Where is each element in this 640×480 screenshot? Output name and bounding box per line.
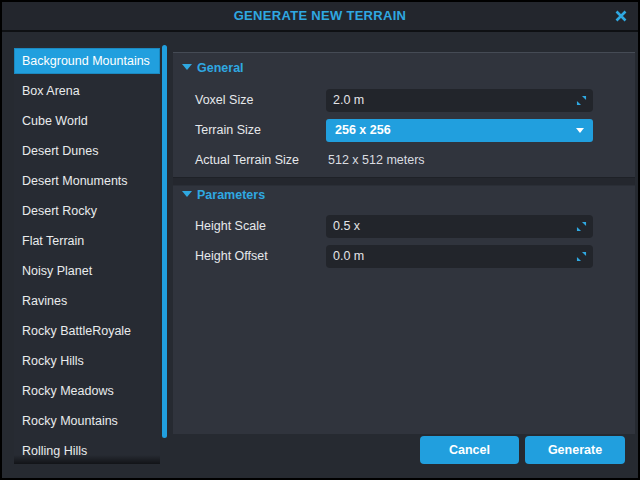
height-offset-field[interactable]: 0.0 m xyxy=(326,245,593,268)
close-icon[interactable] xyxy=(614,9,628,23)
preset-item-box-arena[interactable]: Box Arena xyxy=(14,76,160,106)
preset-item-cube-world[interactable]: Cube World xyxy=(14,106,160,136)
voxel-size-field[interactable]: 2.0 m xyxy=(326,89,593,112)
properties-panel: General Voxel Size 2.0 m Terrain Size 25… xyxy=(173,52,635,434)
drag-handle-icon xyxy=(576,251,587,262)
collapse-triangle-icon[interactable] xyxy=(182,191,192,197)
height-scale-value: 0.5 x xyxy=(333,215,360,238)
preset-item-rocky-hills[interactable]: Rocky Hills xyxy=(14,346,160,376)
generate-new-terrain-dialog: GENERATE NEW TERRAIN Background Mountain… xyxy=(2,2,638,478)
generate-button[interactable]: Generate xyxy=(525,436,625,464)
voxel-size-value: 2.0 m xyxy=(333,89,364,112)
preset-item-desert-dunes[interactable]: Desert Dunes xyxy=(14,136,160,166)
section-header-parameters[interactable]: Parameters xyxy=(173,186,635,204)
preset-item-rocky-battleroyale[interactable]: Rocky BattleRoyale xyxy=(14,316,160,346)
row-height-scale: Height Scale 0.5 x xyxy=(173,215,635,238)
collapse-triangle-icon[interactable] xyxy=(182,64,192,70)
chevron-down-icon xyxy=(576,128,584,133)
titlebar: GENERATE NEW TERRAIN xyxy=(2,2,638,32)
preset-item-background-mountains[interactable]: Background Mountains xyxy=(14,48,160,74)
section-label-parameters: Parameters xyxy=(197,186,265,204)
row-voxel-size: Voxel Size 2.0 m xyxy=(173,89,635,112)
drag-handle-icon xyxy=(576,95,587,106)
dialog-title: GENERATE NEW TERRAIN xyxy=(2,2,638,30)
preset-item-rolling-hills[interactable]: Rolling Hills xyxy=(14,436,160,464)
section-header-general[interactable]: General xyxy=(173,59,635,77)
terrain-size-dropdown[interactable]: 256 x 256 xyxy=(326,119,593,142)
cancel-button[interactable]: Cancel xyxy=(420,436,519,464)
preset-item-flat-terrain[interactable]: Flat Terrain xyxy=(14,226,160,256)
row-actual-terrain-size: Actual Terrain Size 512 x 512 meters xyxy=(173,149,635,172)
preset-item-rocky-mountains[interactable]: Rocky Mountains xyxy=(14,406,160,436)
height-offset-label: Height Offset xyxy=(195,245,268,268)
voxel-size-label: Voxel Size xyxy=(195,89,253,112)
list-scrollbar-thumb[interactable] xyxy=(162,45,167,438)
section-label-general: General xyxy=(197,59,244,77)
preset-item-desert-rocky[interactable]: Desert Rocky xyxy=(14,196,160,226)
height-scale-label: Height Scale xyxy=(195,215,266,238)
actual-terrain-size-label: Actual Terrain Size xyxy=(195,149,299,172)
preset-item-rocky-meadows[interactable]: Rocky Meadows xyxy=(14,376,160,406)
row-terrain-size: Terrain Size 256 x 256 xyxy=(173,119,635,142)
drag-handle-icon xyxy=(576,221,587,232)
section-separator xyxy=(173,177,635,186)
actual-terrain-size-value: 512 x 512 meters xyxy=(328,149,425,172)
list-scrollbar[interactable] xyxy=(162,45,167,440)
preset-item-noisy-planet[interactable]: Noisy Planet xyxy=(14,256,160,286)
preset-item-desert-monuments[interactable]: Desert Monuments xyxy=(14,166,160,196)
height-offset-value: 0.0 m xyxy=(333,245,364,268)
height-scale-field[interactable]: 0.5 x xyxy=(326,215,593,238)
terrain-size-label: Terrain Size xyxy=(195,119,261,142)
preset-item-ravines[interactable]: Ravines xyxy=(14,286,160,316)
preset-list: Background Mountains Box Arena Cube Worl… xyxy=(14,46,160,464)
terrain-size-value: 256 x 256 xyxy=(335,119,391,142)
row-height-offset: Height Offset 0.0 m xyxy=(173,245,635,268)
